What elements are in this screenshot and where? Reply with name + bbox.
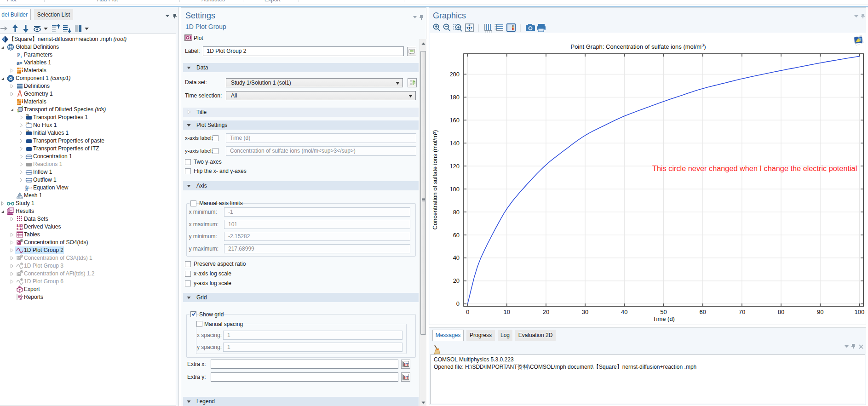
svg-text:160: 160 bbox=[449, 117, 460, 124]
svg-text:This circle never changed when: This circle never changed when I change … bbox=[652, 164, 857, 172]
svg-text:120: 120 bbox=[449, 163, 460, 170]
svg-text:30: 30 bbox=[582, 309, 588, 315]
svg-text:70: 70 bbox=[739, 309, 745, 315]
svg-text:80: 80 bbox=[778, 309, 784, 315]
svg-text:a=: a= bbox=[17, 60, 23, 66]
svg-text:100: 100 bbox=[855, 309, 865, 315]
svg-text:90: 90 bbox=[817, 309, 823, 315]
svg-text:40: 40 bbox=[453, 254, 460, 261]
svg-text:60: 60 bbox=[453, 232, 460, 239]
svg-text:140: 140 bbox=[449, 140, 460, 147]
svg-text:Concentration of sulfate ions: Concentration of sulfate ions (mol/m³) bbox=[431, 130, 438, 230]
svg-text:8.85: 8.85 bbox=[17, 224, 23, 227]
svg-text:20: 20 bbox=[453, 277, 460, 284]
svg-text:50: 50 bbox=[660, 309, 667, 315]
svg-text:∂u: ∂u bbox=[25, 185, 29, 188]
svg-text:e-12: e-12 bbox=[17, 227, 23, 230]
svg-text:100: 100 bbox=[449, 186, 460, 193]
svg-text:Ω: Ω bbox=[9, 76, 12, 81]
svg-text:180: 180 bbox=[449, 94, 460, 101]
svg-text:60: 60 bbox=[699, 309, 706, 315]
svg-text:20: 20 bbox=[543, 309, 549, 315]
svg-text:Time (d): Time (d) bbox=[653, 315, 675, 322]
svg-text:∂t: ∂t bbox=[25, 188, 28, 191]
svg-text:80: 80 bbox=[453, 209, 460, 216]
svg-text:0: 0 bbox=[466, 309, 469, 315]
svg-text:i: i bbox=[21, 54, 22, 59]
svg-text:=f: =f bbox=[29, 187, 32, 190]
svg-text:40: 40 bbox=[621, 309, 627, 315]
svg-text:0: 0 bbox=[456, 300, 460, 307]
svg-text:10: 10 bbox=[504, 309, 510, 315]
svg-text:200: 200 bbox=[449, 71, 460, 78]
svg-text:P: P bbox=[17, 52, 20, 58]
